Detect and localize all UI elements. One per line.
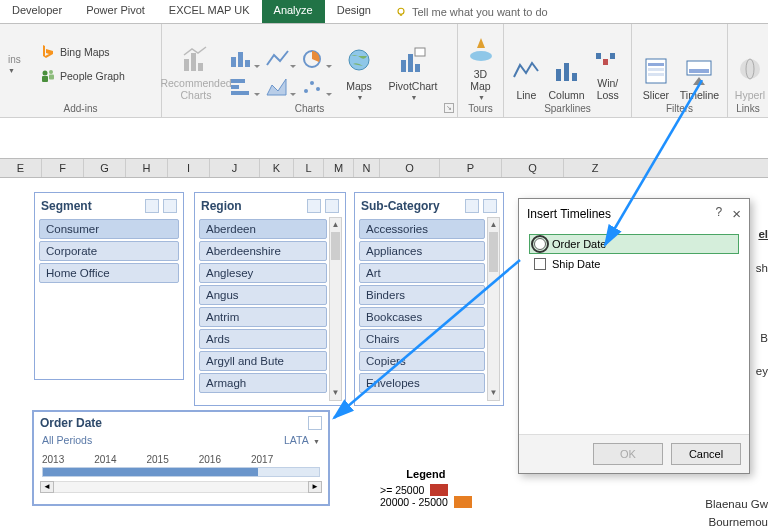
slicer-subcategory[interactable]: Sub-Category Accessories Appliances Art …: [354, 192, 504, 406]
col-header[interactable]: P: [440, 159, 502, 177]
slicer-item[interactable]: Chairs: [359, 329, 485, 349]
chart-type-icon[interactable]: [300, 75, 332, 99]
edge-text: ey: [756, 365, 768, 377]
timeline-track[interactable]: [42, 467, 320, 477]
chart-type-icon[interactable]: [300, 47, 332, 71]
tab-analyze[interactable]: Analyze: [262, 0, 325, 23]
scrollbar[interactable]: ▲▼: [487, 217, 500, 401]
timeline-field-option[interactable]: Ship Date: [529, 254, 739, 274]
sparkline-column-button[interactable]: Column: [547, 55, 587, 101]
chart-type-icon[interactable]: [228, 75, 260, 99]
slicer-item[interactable]: Aberdeen: [199, 219, 327, 239]
timeline-field-option[interactable]: Order Date: [529, 234, 739, 254]
recommended-charts-button[interactable]: Recommended Charts: [168, 43, 224, 101]
col-header[interactable]: K: [260, 159, 294, 177]
ok-button[interactable]: OK: [593, 443, 663, 465]
chart-type-icon[interactable]: [264, 75, 296, 99]
checkbox[interactable]: [534, 258, 546, 270]
scrollbar-h[interactable]: ◄►: [40, 481, 322, 493]
slicer-item[interactable]: Appliances: [359, 241, 485, 261]
chart-type-icon[interactable]: [264, 47, 296, 71]
timeline-level[interactable]: LATA: [284, 434, 308, 446]
tell-me[interactable]: Tell me what you want to do: [383, 0, 548, 23]
slicer-button[interactable]: Slicer: [638, 55, 674, 101]
addins-dropdown[interactable]: ins: [6, 54, 36, 65]
svg-point-19: [349, 50, 369, 70]
clear-filter-icon[interactable]: [308, 416, 322, 430]
multiselect-icon[interactable]: [465, 199, 479, 213]
slicer-item[interactable]: Antrim: [199, 307, 327, 327]
col-header[interactable]: L: [294, 159, 324, 177]
sparkline-line-button[interactable]: Line: [510, 55, 543, 101]
col-header[interactable]: F: [42, 159, 84, 177]
sparkline-winloss-button[interactable]: Win/ Loss: [591, 43, 625, 101]
col-header[interactable]: N: [354, 159, 380, 177]
dialog-launcher-icon[interactable]: ↘: [444, 103, 454, 113]
slicer-title: Sub-Category: [361, 199, 440, 213]
timeline-button[interactable]: Timeline: [678, 55, 721, 101]
slicer-item[interactable]: Copiers: [359, 351, 485, 371]
people-graph-button[interactable]: People Graph: [40, 65, 125, 87]
slicer-item[interactable]: Angus: [199, 285, 327, 305]
tab-excelmapuk[interactable]: EXCEL MAP UK: [157, 0, 262, 23]
checkbox[interactable]: [534, 238, 546, 250]
slicer-item[interactable]: Bookcases: [359, 307, 485, 327]
col-header[interactable]: I: [168, 159, 210, 177]
maps-button[interactable]: Maps▼: [338, 46, 380, 101]
slicer-segment[interactable]: Segment Consumer Corporate Home Office: [34, 192, 184, 380]
timeline-title: Order Date: [40, 416, 102, 430]
slicer-item[interactable]: Binders: [359, 285, 485, 305]
col-header[interactable]: H: [126, 159, 168, 177]
clear-filter-icon[interactable]: [325, 199, 339, 213]
slicer-item[interactable]: Aberdeenshire: [199, 241, 327, 261]
svg-rect-6: [184, 59, 189, 71]
chart-type-icon[interactable]: [228, 47, 260, 71]
svg-rect-10: [238, 52, 243, 67]
cancel-button[interactable]: Cancel: [671, 443, 741, 465]
multiselect-icon[interactable]: [307, 199, 321, 213]
timeline-slicer[interactable]: Order Date All Periods LATA ▼ 2013 2014 …: [32, 410, 330, 506]
slicer-region[interactable]: Region Aberdeen Aberdeenshire Anglesey A…: [194, 192, 346, 406]
scrollbar[interactable]: ▲▼: [329, 217, 342, 401]
close-button[interactable]: ×: [732, 205, 741, 222]
col-header[interactable]: Z: [564, 159, 626, 177]
group-sparklines: Sparklines: [504, 101, 631, 117]
tab-developer[interactable]: Developer: [0, 0, 74, 23]
bing-maps-button[interactable]: Bing Maps: [40, 41, 125, 63]
col-header[interactable]: M: [324, 159, 354, 177]
clear-filter-icon[interactable]: [483, 199, 497, 213]
group-filters: Filters: [632, 101, 727, 117]
pivotchart-button[interactable]: PivotChart▼: [384, 46, 442, 101]
3d-map-button[interactable]: 3D Map▼: [464, 34, 497, 101]
svg-rect-20: [401, 60, 406, 72]
slicer-item[interactable]: Anglesey: [199, 263, 327, 283]
timeline-year: 2014: [94, 454, 116, 465]
slicer-item[interactable]: Ards: [199, 329, 327, 349]
col-header[interactable]: J: [210, 159, 260, 177]
col-header[interactable]: E: [0, 159, 42, 177]
slicer-item[interactable]: Corporate: [39, 241, 179, 261]
hyperlink-button[interactable]: Hyperl: [734, 55, 766, 101]
slicer-item[interactable]: Consumer: [39, 219, 179, 239]
slicer-item[interactable]: Art: [359, 263, 485, 283]
slicer-item[interactable]: Argyll and Bute: [199, 351, 327, 371]
svg-rect-21: [408, 54, 413, 72]
svg-rect-9: [231, 57, 236, 67]
col-header[interactable]: O: [380, 159, 440, 177]
svg-rect-8: [198, 63, 203, 71]
tab-design[interactable]: Design: [325, 0, 383, 23]
slicer-item[interactable]: Armagh: [199, 373, 327, 393]
help-button[interactable]: ?: [716, 205, 723, 222]
slicer-title: Segment: [41, 199, 92, 213]
svg-point-4: [49, 70, 53, 74]
col-header[interactable]: Q: [502, 159, 564, 177]
multiselect-icon[interactable]: [145, 199, 159, 213]
tab-powerpivot[interactable]: Power Pivot: [74, 0, 157, 23]
timeline-year: 2017: [251, 454, 273, 465]
col-header[interactable]: G: [84, 159, 126, 177]
ribbon-tabs: Developer Power Pivot EXCEL MAP UK Analy…: [0, 0, 768, 24]
clear-filter-icon[interactable]: [163, 199, 177, 213]
slicer-item[interactable]: Accessories: [359, 219, 485, 239]
slicer-item[interactable]: Home Office: [39, 263, 179, 283]
slicer-item[interactable]: Envelopes: [359, 373, 485, 393]
